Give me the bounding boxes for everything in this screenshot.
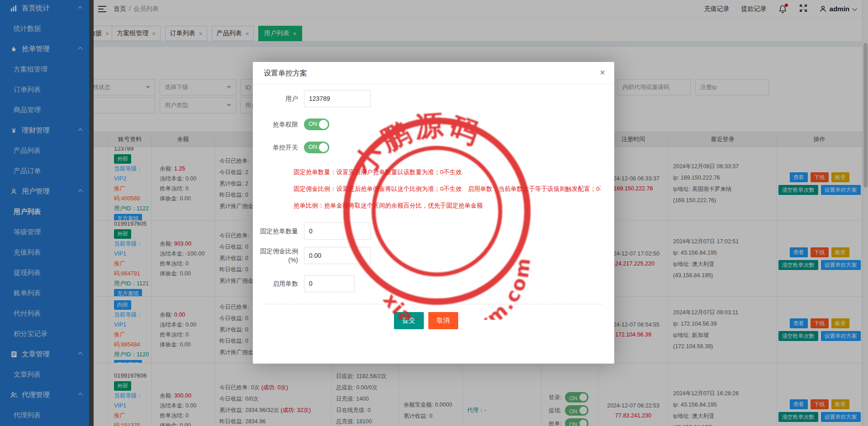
hint-fixed-rate: 固定佣金比例：设置完后抢单佣金将以这个比例为准；0不生效 启用单数：当前单数大于… [294, 185, 601, 193]
fixed-count-label: 固定抢单数量 [253, 227, 298, 236]
divider [264, 304, 603, 304]
user-field[interactable] [304, 90, 371, 107]
user-field-label: 用户 [253, 94, 298, 103]
control-switch-label: 单控开关 [253, 143, 298, 152]
hint-grab-ratio: 抢单比例：抢单金额将取这个区间的余额百分比，优先于固定抢单金额 [294, 202, 601, 210]
hint-fixed-count: 固定抢单数量：设置完后用户抢单数量以该数量为准；0不生效 [294, 168, 601, 176]
grab-permission-toggle[interactable]: ON [304, 118, 329, 130]
submit-button[interactable]: 提交 [394, 312, 424, 329]
close-icon[interactable]: × [600, 68, 605, 77]
grab-permission-label: 抢单权限 [253, 120, 298, 129]
enable-count-label: 启用单数 [253, 279, 298, 288]
fixed-rate-label: 固定佣金比例(%) [253, 246, 298, 265]
set-control-plan-modal: 设置单控方案 × 用户 抢单权限 ON 单控开关 ON 固定抢单数量：设置完后用… [253, 62, 614, 364]
app-root: 首页/会员列表 充值记录 提款记录 admin 统计数据× [0, 0, 868, 426]
fixed-rate-field[interactable] [304, 247, 371, 264]
modal-title: 设置单控方案 [253, 62, 614, 85]
control-switch-toggle[interactable]: ON [304, 142, 329, 153]
cancel-button[interactable]: 取消 [428, 312, 458, 329]
fixed-count-field[interactable] [304, 222, 371, 240]
enable-count-field[interactable] [304, 275, 355, 292]
